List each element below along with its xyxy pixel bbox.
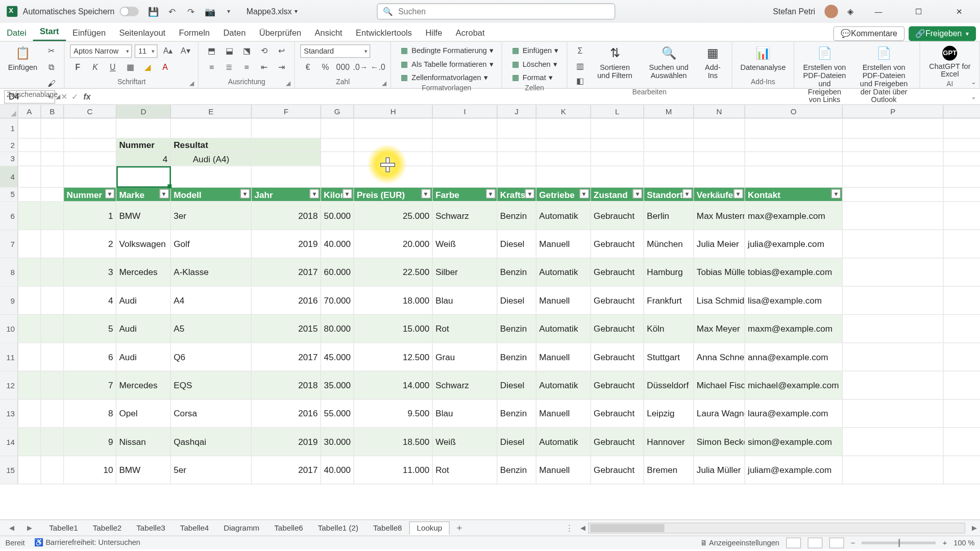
cell[interactable]: Gebraucht (591, 202, 644, 230)
tab-data[interactable]: Daten (216, 24, 252, 41)
cell[interactable]: 22.500 (354, 258, 433, 286)
view-pagebreak-icon[interactable] (829, 537, 844, 548)
clear-icon[interactable]: ◧ (573, 74, 587, 87)
sheet-nav-next-icon[interactable]: ▶ (24, 524, 35, 532)
row-header[interactable]: 15 (0, 456, 18, 484)
col-header[interactable]: H (354, 105, 433, 118)
cell[interactable]: Q6 (171, 343, 252, 371)
fx-icon[interactable]: fx (84, 92, 91, 101)
zoom-in-icon[interactable]: + (943, 539, 947, 547)
cell[interactable]: Stuttgart (644, 343, 694, 371)
sheet-tab[interactable]: Tabelle3 (129, 521, 173, 534)
tab-view[interactable]: Ansicht (308, 24, 349, 41)
close-button[interactable]: ✕ (944, 0, 975, 23)
cell[interactable]: 8 (64, 399, 116, 427)
cell[interactable]: Diesel (498, 287, 536, 314)
cell[interactable]: Opel (116, 399, 171, 427)
addins-button[interactable]: ▦Add-Ins (699, 44, 726, 81)
row-header[interactable]: 9 (0, 287, 18, 314)
cell[interactable]: Köln (644, 315, 694, 342)
cell[interactable]: BMW (116, 202, 171, 230)
autosave-toggle[interactable]: Automatisches Speichern (23, 7, 139, 16)
col-header[interactable]: G (321, 105, 354, 118)
cell[interactable]: 15.000 (354, 315, 433, 342)
cell[interactable]: 2018 (252, 371, 321, 399)
table-header[interactable]: Kontakt▾ (745, 188, 843, 201)
cell[interactable]: Gebraucht (591, 371, 644, 399)
data-analysis-button[interactable]: 📊Datenanalyse (738, 44, 788, 73)
row-header[interactable]: 6 (0, 202, 18, 230)
cell[interactable]: julia@example.com (745, 230, 843, 258)
cell[interactable]: michael@example.com (745, 371, 843, 399)
minimize-button[interactable]: — (863, 0, 894, 23)
filter-icon[interactable]: ▾ (240, 189, 250, 198)
pdf-outlook-button[interactable]: 📄Erstellen von PDF-Dateien und Freigeben… (853, 44, 914, 105)
table-header[interactable]: Jahr▾ (252, 188, 321, 201)
currency-icon[interactable]: € (301, 61, 315, 74)
filter-icon[interactable]: ▾ (682, 189, 692, 198)
table-header[interactable]: Farbe▾ (433, 188, 498, 201)
search-input[interactable]: 🔍 Suchen (377, 4, 615, 20)
cell[interactable]: laura@example.com (745, 399, 843, 427)
spreadsheet-grid[interactable]: A B C D E F G H I J K L M N O P 1 2 Numm… (0, 105, 980, 519)
cell[interactable]: Benzin (498, 315, 536, 342)
cell[interactable]: 2016 (252, 287, 321, 314)
cell[interactable]: 20.000 (354, 230, 433, 258)
cell[interactable]: lisa@example.com (745, 287, 843, 314)
filter-icon[interactable]: ▾ (310, 189, 319, 198)
dialog-launcher-icon[interactable]: ◢ (286, 80, 290, 87)
col-header[interactable]: F (252, 105, 321, 118)
cell[interactable]: Mercedes (116, 258, 171, 286)
cell[interactable]: 55.000 (321, 399, 354, 427)
camera-icon[interactable]: 📷 (205, 7, 215, 17)
cell[interactable]: Audi (116, 287, 171, 314)
zoom-slider[interactable] (862, 541, 936, 544)
cell[interactable]: A4 (171, 287, 252, 314)
row-header[interactable]: 8 (0, 258, 18, 286)
cell[interactable]: Michael Fisc (694, 371, 745, 399)
cell[interactable]: Benzin (498, 456, 536, 484)
row-header[interactable]: 14 (0, 428, 18, 456)
format-as-table-button[interactable]: ▦Als Tabelle formatieren ▾ (397, 58, 496, 70)
cell[interactable]: 2017 (252, 258, 321, 286)
cell[interactable]: 3er (171, 202, 252, 230)
cell[interactable]: 18.500 (354, 428, 433, 456)
cell[interactable]: Diesel (498, 230, 536, 258)
cell[interactable]: max@example.com (745, 202, 843, 230)
orientation-icon[interactable]: ⟲ (257, 44, 272, 58)
cell[interactable]: Nissan (116, 428, 171, 456)
cell[interactable]: 4 (64, 287, 116, 314)
cell[interactable]: Resultat (171, 139, 252, 152)
font-name-combo[interactable]: Aptos Narrow▾ (70, 44, 132, 58)
cell[interactable]: Qashqai (171, 428, 252, 456)
cell[interactable]: München (644, 230, 694, 258)
cell[interactable]: Diesel (498, 428, 536, 456)
cell[interactable]: Blau (433, 287, 498, 314)
cell[interactable]: Rot (433, 315, 498, 342)
align-center-icon[interactable]: ≣ (222, 61, 236, 74)
cell[interactable]: 70.000 (321, 287, 354, 314)
row-header[interactable]: 5 (0, 188, 18, 201)
view-normal-icon[interactable] (786, 537, 801, 548)
conditional-formatting-button[interactable]: ▦Bedingte Formatierung ▾ (397, 44, 496, 57)
share-button[interactable]: 🔗 Freigeben▾ (909, 26, 976, 41)
cell[interactable]: 60.000 (321, 258, 354, 286)
filter-icon[interactable]: ▾ (831, 189, 841, 198)
comments-button[interactable]: 💬 Kommentare (834, 26, 904, 41)
cell[interactable]: Gebraucht (591, 287, 644, 314)
col-header[interactable]: C (64, 105, 116, 118)
underline-button[interactable]: U (105, 61, 120, 74)
cell[interactable]: 45.000 (321, 343, 354, 371)
expand-formula-bar-icon[interactable]: ⌄ (967, 93, 980, 101)
cell[interactable]: Benzin (498, 202, 536, 230)
dialog-launcher-icon[interactable]: ◢ (189, 80, 194, 87)
cell[interactable]: Schwarz (433, 202, 498, 230)
table-header[interactable]: Nummer▾ (64, 188, 116, 201)
cell[interactable]: 2018 (252, 202, 321, 230)
cell[interactable]: 14.000 (354, 371, 433, 399)
sheet-tab[interactable]: Tabelle1 (2) (310, 521, 365, 534)
cell[interactable]: Weiß (433, 428, 498, 456)
filter-icon[interactable]: ▾ (422, 189, 431, 198)
align-top-icon[interactable]: ⬒ (204, 44, 219, 58)
filter-icon[interactable]: ▾ (486, 189, 495, 198)
